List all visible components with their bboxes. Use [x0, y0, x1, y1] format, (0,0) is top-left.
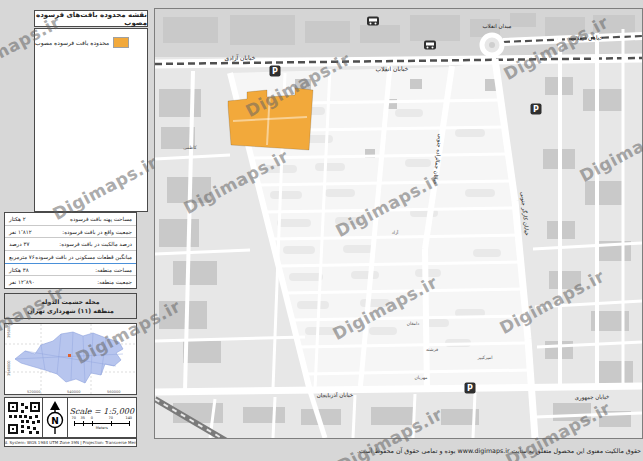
legend-item: محدوده بافت فرسوده مصوب: [35, 37, 141, 48]
block-capsule: [465, 189, 495, 197]
region-name-box: محله حشمت الدوله منطقه (۱۱) شهرداری تهرا…: [4, 293, 137, 319]
digimaps-map-sheet: نقشه محدوده بافت‌های فرسوده مصوب محدوده …: [0, 0, 643, 461]
table-row: جمعیت منطقه: ۱۲٬۸۹۰ نفر: [5, 276, 136, 288]
sidebar: نقشه محدوده بافت‌های فرسوده مصوب محدوده …: [4, 10, 148, 450]
block-capsule: [305, 327, 337, 335]
block-capsule: [325, 189, 355, 197]
parking-icon: P: [270, 66, 281, 77]
block-capsule: [360, 299, 390, 307]
table-row: درصد مالکیت در بافت فرسوده: ۳۷ درصد: [5, 238, 136, 251]
inset-x-tick: 520000: [27, 390, 40, 394]
row-value: ۷۶ مترمربع: [9, 254, 35, 260]
scale-tick-label: 140: [125, 416, 132, 420]
building-footprint: [159, 301, 207, 329]
row-value: ۱٬۸۱۲ نفر: [9, 229, 32, 235]
map-info-row: N Scale = 1:5,000 70 35 0 70 140 Meters: [4, 397, 137, 438]
building-footprint: [585, 181, 623, 205]
building-footprint: [549, 271, 581, 289]
table-row: مساحت منطقه: ۳۸ هکتار: [5, 264, 136, 277]
block-capsule: [343, 245, 373, 253]
building-footprint: [553, 403, 591, 421]
block-capsule: [473, 249, 501, 257]
row-label: درصد مالکیت در بافت فرسوده:: [59, 241, 132, 247]
district-name: منطقه (۱۱) شهرداری تهران: [27, 307, 113, 314]
block-capsule: [455, 129, 485, 137]
scale-tick-label: 70: [72, 416, 76, 420]
row-label: جمعیت منطقه:: [97, 279, 132, 285]
scale-text: Scale = 1:5,000: [70, 407, 135, 416]
scale-tick-label: 0: [91, 416, 93, 420]
row-value: ۲ هکتار: [9, 216, 26, 222]
svg-text:P: P: [467, 384, 473, 393]
inset-x-tick: 560000: [107, 390, 120, 394]
svg-text:N: N: [51, 415, 59, 425]
table-row: جمعیت واقع در بافت فرسوده: ۱٬۸۱۲ نفر: [5, 226, 136, 239]
main-street-map: خیابان آزادیخیابان انقلابمیدان انقلابخیا…: [154, 8, 643, 439]
street-label: میدان انقلاب: [482, 23, 511, 29]
building-footprint: [163, 17, 218, 43]
row-label: مساحت منطقه:: [95, 267, 132, 273]
block-capsule: [283, 246, 315, 254]
legend-label: محدوده بافت فرسوده مصوب: [35, 39, 109, 46]
building-footprint: [597, 361, 633, 383]
building-footprint: [305, 21, 350, 43]
north-arrow-icon: N: [43, 398, 67, 437]
block-capsule: [289, 273, 323, 281]
bus-icon: [367, 17, 379, 26]
street: [273, 397, 275, 438]
copyright-caption: حقوق مالکیت معنوی این محصول متعلق به سای…: [154, 447, 641, 454]
scale-tick-label: 70: [109, 416, 113, 420]
table-row: میانگین قطعات مسکونی در بافت فرسوده ۷۶ م…: [5, 251, 136, 264]
block-capsule: [395, 109, 423, 117]
table-row: مساحت پهنه بافت فرسوده ۲ هکتار: [5, 213, 136, 226]
street: [353, 395, 355, 438]
building-footprint: [243, 407, 285, 423]
street: [425, 249, 427, 391]
scale-tick-label: 35: [81, 416, 85, 420]
building-footprint: [510, 13, 536, 27]
scale-bar: 70 35 0 70 140 Meters: [74, 419, 130, 429]
block-capsule: [405, 159, 431, 167]
row-label: جمعیت واقع در بافت فرسوده:: [62, 229, 132, 235]
legend-swatch-orange: [113, 37, 129, 48]
row-label: مساحت پهنه بافت فرسوده: [70, 216, 132, 222]
street-label: آزاد: [392, 229, 399, 236]
bus-icon: [424, 41, 436, 50]
building-footprint: [583, 89, 623, 111]
street-label: کاظمی: [183, 145, 197, 150]
inset-x-tick: 540000: [67, 390, 80, 394]
statistics-table: مساحت پهنه بافت فرسوده ۲ هکتار جمعیت واق…: [4, 212, 137, 289]
svg-text:P: P: [533, 105, 539, 114]
scale-panel: Scale = 1:5,000 70 35 0 70 140 Meters: [68, 398, 137, 437]
parking-icon: P: [465, 383, 476, 394]
inset-y-tick: 3940000: [7, 360, 11, 376]
svg-text:P: P: [272, 67, 278, 76]
building-footprint: [371, 407, 415, 425]
building-footprint: [173, 261, 217, 285]
row-value: ۳۸ هکتار: [9, 267, 29, 273]
block-capsule: [351, 271, 379, 279]
block-capsule: [277, 219, 311, 227]
row-value: ۱۲٬۸۹۰ نفر: [9, 279, 35, 285]
building-footprint: [183, 341, 221, 363]
inset-y-tick: 3950000: [7, 322, 11, 338]
neighborhood-location-marker: [68, 354, 71, 357]
block-capsule: [297, 301, 329, 309]
map-title-text: نقشه محدوده بافت‌های فرسوده مصوب: [35, 11, 147, 27]
building-footprint: [410, 15, 460, 41]
building-footprint: [159, 89, 201, 117]
block-capsule: [369, 327, 397, 335]
street: [473, 393, 475, 438]
legend-panel: محدوده بافت فرسوده مصوب: [34, 28, 148, 212]
coordinate-system-note: Coord. System: WGS 1984 UTM Zone 39N | P…: [4, 438, 137, 447]
row-value: ۳۷ درصد: [9, 241, 29, 247]
parking-icon: P: [531, 104, 542, 115]
tehran-districts-shape: [5, 324, 136, 394]
coordinate-system-text: Coord. System: WGS 1984 UTM Zone 39N | P…: [4, 440, 137, 445]
building-footprint: [360, 25, 400, 43]
block-capsule: [315, 163, 345, 171]
building-footprint: [410, 79, 422, 89]
scale-unit-label: Meters: [96, 426, 108, 430]
block-capsule: [270, 191, 302, 199]
row-label: میانگین قطعات مسکونی در بافت فرسوده: [35, 254, 132, 260]
